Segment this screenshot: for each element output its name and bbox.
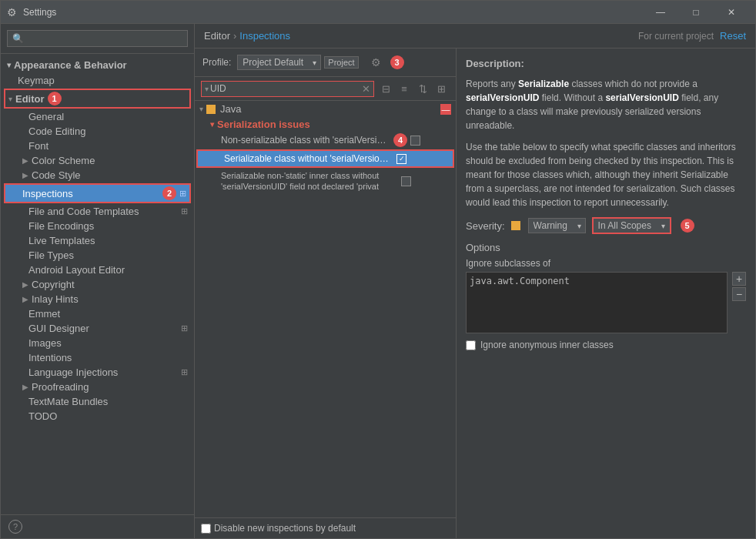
sidebar-item-general[interactable]: General <box>1 109 194 124</box>
expand-button[interactable]: ⇅ <box>414 80 431 97</box>
maximize-button[interactable]: □ <box>678 1 714 24</box>
ignore-row: java.awt.Component + − <box>466 272 746 333</box>
sidebar-item-inspections[interactable]: Inspections 2 ⊞ <box>4 183 191 203</box>
sidebar-item-copyright[interactable]: ▶ Copyright <box>1 277 194 292</box>
sidebar-item-live-templates[interactable]: Live Templates <box>1 233 194 248</box>
inspection-item-serializable-without[interactable]: Serializable class without 'serialVersio… <box>196 149 454 168</box>
sidebar-item-font[interactable]: Font <box>1 139 194 153</box>
options-title: Options <box>466 242 746 253</box>
inspection-subgroup-header[interactable]: ▾ Serialization issues <box>195 117 456 132</box>
disable-inspections-label[interactable]: Disable new inspections by default <box>201 523 356 534</box>
sidebar-item-label: File Types <box>28 249 74 261</box>
sidebar-item-images[interactable]: Images <box>1 336 194 350</box>
window-icon: ⚙ <box>7 6 17 18</box>
sidebar-item-language-injections[interactable]: Language Injections ⊞ <box>1 365 194 380</box>
sort-button[interactable]: ≡ <box>396 80 413 97</box>
ignore-subclasses-textarea[interactable]: java.awt.Component <box>466 272 728 333</box>
sidebar-item-inlay-hints[interactable]: ▶ Inlay Hints <box>1 292 194 306</box>
breadcrumb-current: Inspections <box>239 30 290 42</box>
sidebar-item-code-style[interactable]: ▶ Code Style <box>1 168 194 182</box>
search-arrow-icon: ▾ <box>205 85 209 93</box>
sidebar-item-label: Font <box>28 140 49 152</box>
expand-icon: ▾ <box>199 105 203 113</box>
sidebar-item-textmate-bundles[interactable]: TextMate Bundles <box>1 394 194 409</box>
search-clear-icon[interactable]: ✕ <box>362 83 370 95</box>
main-panel: Editor › Inspections For current project… <box>195 24 755 538</box>
reset-button[interactable]: Reset <box>720 30 746 42</box>
description-body: Reports any Serializable classes which d… <box>466 77 746 132</box>
sidebar-item-label: Code Style <box>32 169 81 181</box>
sidebar-item-file-encodings[interactable]: File Encodings <box>1 219 194 233</box>
sidebar-item-keymap[interactable]: Keymap <box>1 73 194 88</box>
profile-badge: Project <box>324 56 358 69</box>
inspection-checkbox[interactable] <box>410 136 420 146</box>
settings-window: ⚙ Settings — □ ✕ ▾ Appearance & Behavior… <box>0 0 756 539</box>
sidebar-item-file-code-templates[interactable]: File and Code Templates ⊞ <box>1 204 194 219</box>
search-tools: ⊟ ≡ ⇅ ⊞ <box>377 80 450 97</box>
profile-gear-icon[interactable]: ⚙ <box>371 56 381 69</box>
annotation-3: 3 <box>390 55 404 69</box>
sidebar-item-android-layout-editor[interactable]: Android Layout Editor <box>1 263 194 277</box>
profile-select[interactable]: Project Default <box>237 55 321 70</box>
severity-row: Severity: Warning Error Info In All Sco <box>466 217 746 234</box>
inspection-item-non-serializable[interactable]: Non-serializable class with 'serialVersi… <box>195 132 456 149</box>
inspection-item-serializable-nonstatic[interactable]: Serializable non-'static' inner class wi… <box>195 169 456 194</box>
main-header: Editor › Inspections For current project… <box>195 24 755 49</box>
sidebar-item-label: Editor <box>15 93 45 105</box>
search-input[interactable] <box>210 83 362 94</box>
description-body2: Use the table below to specify what spec… <box>466 140 746 209</box>
inspections-panel: Profile: Project Default Project ⚙ 3 <box>195 49 457 538</box>
main-body: Profile: Project Default Project ⚙ 3 <box>195 49 755 538</box>
sidebar-item-editor[interactable]: ▾ Editor 1 <box>4 89 191 109</box>
remove-java-button[interactable]: — <box>440 104 451 115</box>
sidebar-badge: ⊞ <box>181 206 188 216</box>
inspection-item-label: Serializable class without 'serialVersio… <box>224 153 393 164</box>
sidebar-item-label: Copyright <box>32 279 75 290</box>
main-content: ▾ Appearance & Behavior Keymap ▾ Editor … <box>1 24 755 538</box>
expand-icon: ▾ <box>7 61 11 69</box>
sidebar-item-color-scheme[interactable]: ▶ Color Scheme <box>1 153 194 168</box>
sidebar-search-input[interactable] <box>7 30 188 47</box>
subgroup-label: Serialization issues <box>217 119 310 130</box>
sidebar-item-appearance[interactable]: ▾ Appearance & Behavior <box>1 57 194 73</box>
sidebar-item-todo[interactable]: TODO <box>1 409 194 424</box>
sidebar-item-label: Color Scheme <box>32 155 95 166</box>
scope-select[interactable]: In All Scopes <box>594 219 670 233</box>
expand-icon: ▾ <box>8 95 12 103</box>
sidebar-item-label: Code Editing <box>28 126 85 137</box>
help-button[interactable]: ? <box>8 520 22 534</box>
java-color-indicator <box>206 105 216 114</box>
minimize-button[interactable]: — <box>643 1 678 24</box>
sidebar-item-file-types[interactable]: File Types <box>1 248 194 263</box>
window-title: Settings <box>23 7 643 18</box>
sidebar-item-code-editing[interactable]: Code Editing <box>1 124 194 139</box>
sidebar-item-emmet[interactable]: Emmet <box>1 306 194 321</box>
remove-subclass-button[interactable]: − <box>732 287 746 301</box>
titlebar: ⚙ Settings — □ ✕ <box>1 1 755 24</box>
disable-inspections-checkbox[interactable] <box>201 524 211 534</box>
sidebar-item-label: Proofreading <box>32 381 89 393</box>
breadcrumb: Editor › Inspections <box>204 30 623 42</box>
sidebar-badge: ⊞ <box>179 189 186 199</box>
filter-button[interactable]: ⊟ <box>377 80 394 97</box>
inspection-checkbox[interactable] <box>401 176 411 186</box>
sidebar-item-proofreading[interactable]: ▶ Proofreading <box>1 380 194 394</box>
sidebar-item-gui-designer[interactable]: GUI Designer ⊞ <box>1 321 194 336</box>
severity-select[interactable]: Warning Error Info <box>528 218 586 233</box>
sidebar-item-intentions[interactable]: Intentions <box>1 350 194 365</box>
inspection-group-java-header[interactable]: ▾ Java — <box>195 101 456 117</box>
close-button[interactable]: ✕ <box>714 1 749 24</box>
sidebar: ▾ Appearance & Behavior Keymap ▾ Editor … <box>1 24 195 538</box>
collapse-button[interactable]: ⊞ <box>433 80 450 97</box>
description-title: Description: <box>466 58 746 69</box>
expand-icon: ▾ <box>210 120 214 129</box>
sidebar-item-label: Inspections <box>22 188 73 199</box>
for-current-project-link[interactable]: For current project <box>638 31 714 42</box>
description-panel: Description: Reports any Serializable cl… <box>457 49 755 538</box>
add-subclass-button[interactable]: + <box>732 272 746 286</box>
ignore-anonymous-row: Ignore anonymous inner classes <box>466 340 746 350</box>
sidebar-item-label: Emmet <box>28 308 60 320</box>
ignore-anonymous-checkbox[interactable] <box>466 340 476 350</box>
inspection-checkbox-checked[interactable]: ✓ <box>396 154 406 164</box>
severity-select-wrap: Warning Error Info <box>528 218 586 233</box>
